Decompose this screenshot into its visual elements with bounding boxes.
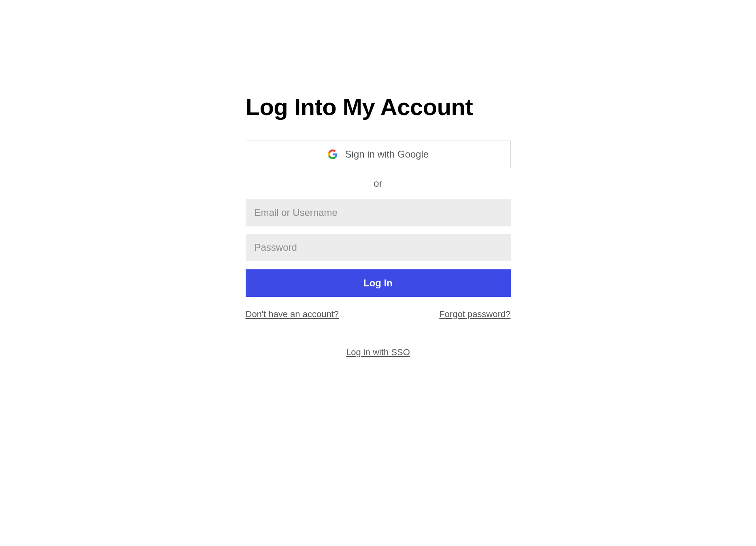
signup-link[interactable]: Don't have an account?: [246, 309, 339, 320]
password-input[interactable]: [246, 234, 511, 261]
page-title: Log Into My Account: [246, 93, 511, 120]
sso-row: Log in with SSO: [246, 347, 511, 358]
sso-link[interactable]: Log in with SSO: [346, 347, 410, 357]
or-divider: or: [246, 178, 511, 189]
login-button[interactable]: Log In: [246, 269, 511, 297]
google-signin-button[interactable]: Sign in with Google: [246, 141, 511, 168]
links-row: Don't have an account? Forgot password?: [246, 309, 511, 320]
email-input[interactable]: [246, 199, 511, 226]
google-icon: [327, 149, 338, 160]
forgot-password-link[interactable]: Forgot password?: [439, 309, 510, 320]
login-form: Log Into My Account Sign in with Google …: [246, 93, 511, 358]
google-signin-label: Sign in with Google: [345, 149, 429, 160]
